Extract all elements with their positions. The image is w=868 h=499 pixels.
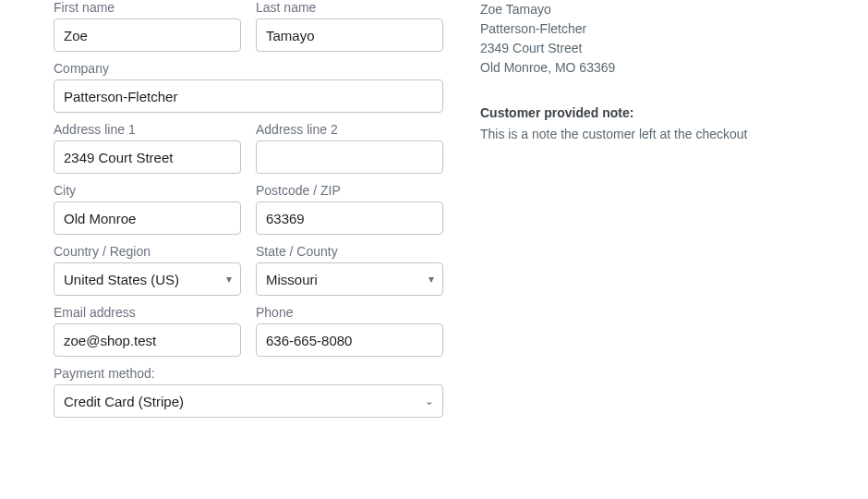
customer-note-text: This is a note the customer left at the … (480, 125, 868, 144)
email-input[interactable] (54, 323, 241, 357)
summary-panel: Zoe Tamayo Patterson-Fletcher 2349 Court… (480, 0, 868, 499)
first-name-label: First name (54, 0, 241, 15)
city-input[interactable] (54, 201, 241, 235)
summary-name: Zoe Tamayo (480, 0, 868, 19)
field-company: Company (54, 61, 443, 113)
summary-street: 2349 Court Street (480, 39, 868, 58)
state-select[interactable]: Missouri (256, 262, 443, 296)
summary-city-state-zip: Old Monroe, MO 63369 (480, 58, 868, 78)
phone-input[interactable] (256, 323, 443, 357)
field-last-name: Last name (256, 0, 443, 52)
country-select[interactable]: United States (US) (54, 262, 241, 296)
summary-company: Patterson-Fletcher (480, 19, 868, 39)
field-first-name: First name (54, 0, 241, 52)
company-input[interactable] (54, 79, 443, 113)
field-address1: Address line 1 (54, 122, 241, 174)
payment-label: Payment method: (54, 366, 443, 381)
address1-input[interactable] (54, 140, 241, 174)
field-country: Country / Region United States (US) ▾ (54, 244, 241, 296)
field-email: Email address (54, 305, 241, 357)
postcode-label: Postcode / ZIP (256, 183, 443, 198)
address2-label: Address line 2 (256, 122, 443, 137)
company-label: Company (54, 61, 443, 76)
field-payment-method: Payment method: Credit Card (Stripe) ⌄ (54, 366, 443, 418)
field-state: State / County Missouri ▾ (256, 244, 443, 296)
address2-input[interactable] (256, 140, 443, 174)
field-postcode: Postcode / ZIP (256, 183, 443, 235)
billing-form: First name Last name Company Address lin… (0, 0, 443, 499)
city-label: City (54, 183, 241, 198)
first-name-input[interactable] (54, 18, 241, 52)
field-address2: Address line 2 (256, 122, 443, 174)
address1-label: Address line 1 (54, 122, 241, 137)
last-name-input[interactable] (256, 18, 443, 52)
payment-method-select[interactable]: Credit Card (Stripe) (54, 384, 443, 418)
phone-label: Phone (256, 305, 443, 320)
country-label: Country / Region (54, 244, 241, 259)
last-name-label: Last name (256, 0, 443, 15)
field-phone: Phone (256, 305, 443, 357)
state-label: State / County (256, 244, 443, 259)
field-city: City (54, 183, 241, 235)
customer-note-heading: Customer provided note: (480, 103, 868, 123)
postcode-input[interactable] (256, 201, 443, 235)
email-label: Email address (54, 305, 241, 320)
